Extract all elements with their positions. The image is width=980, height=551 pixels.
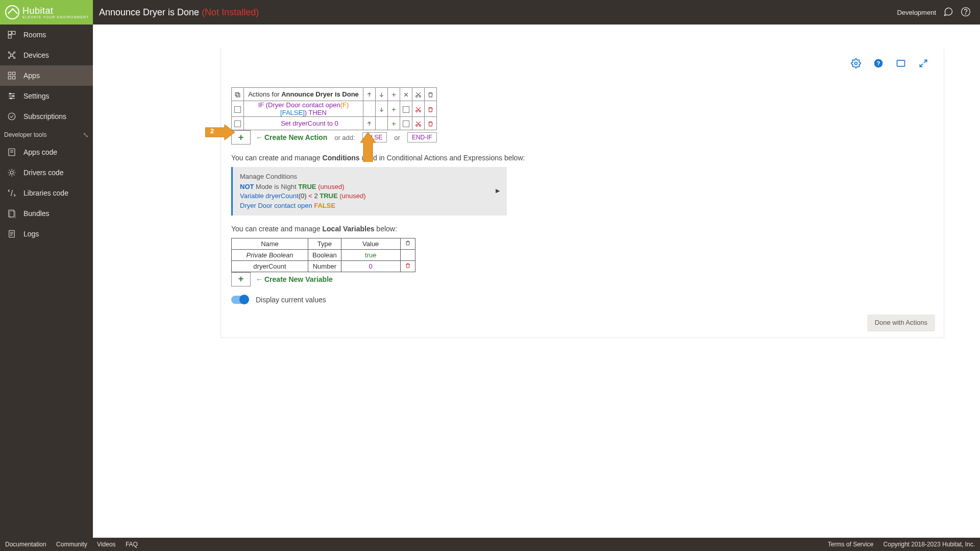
variables-desc: You can create and manage Local Variable…: [231, 225, 934, 233]
or-label: or: [394, 134, 400, 141]
expand-icon[interactable]: [918, 58, 928, 68]
svg-point-6: [8, 52, 10, 53]
sidebar-item-apps-code[interactable]: Apps code: [0, 142, 93, 162]
or-add-label: or add:: [334, 134, 355, 141]
logo[interactable]: Hubitat ELEVATE YOUR ENVIRONMENT: [0, 0, 93, 25]
footer-link-documentation[interactable]: Documentation: [5, 541, 46, 548]
trash-icon[interactable]: [425, 101, 437, 117]
manage-conditions-title: Manage Conditions: [240, 172, 500, 181]
collapse-icon[interactable]: ⤡: [83, 131, 89, 139]
rooms-icon: [7, 30, 16, 39]
svg-point-9: [14, 57, 15, 59]
create-new-action-link[interactable]: ←Create New Action: [256, 133, 327, 141]
delete-variable-icon[interactable]: [400, 260, 415, 272]
sidebar-item-settings[interactable]: Settings: [0, 86, 93, 106]
add-icon[interactable]: [388, 88, 400, 101]
svg-rect-4: [8, 35, 11, 38]
annotation-arrow-2: [360, 132, 376, 162]
checkbox-icon[interactable]: [400, 117, 412, 130]
svg-rect-34: [897, 60, 905, 66]
sidebar-item-bundles[interactable]: Bundles: [0, 203, 93, 224]
footer-link-videos[interactable]: Videos: [97, 541, 115, 548]
footer-link-faq[interactable]: FAQ: [126, 541, 138, 548]
move-down-icon[interactable]: [376, 88, 388, 101]
cut-icon[interactable]: [412, 88, 425, 101]
page-title-status: (Not Installed): [202, 7, 259, 17]
main-card: ? Actions for Announce Dryer is Done: [220, 49, 944, 338]
page-title: Announce Dryer is Done (Not Installed): [93, 7, 897, 18]
condition-line: Dryer Door contact open FALSE: [240, 201, 500, 210]
close-icon[interactable]: [400, 88, 412, 101]
sidebar-item-subscriptions[interactable]: Subscriptions: [0, 106, 93, 127]
checkbox-icon[interactable]: [400, 101, 412, 117]
variable-row[interactable]: dryerCount Number 0: [232, 260, 415, 272]
chat-icon[interactable]: [943, 7, 953, 18]
svg-point-40: [419, 110, 421, 112]
developer-tools-header[interactable]: Developer tools ⤡: [0, 127, 93, 142]
done-with-actions-button[interactable]: Done with Actions: [868, 315, 935, 330]
add-variable-plus[interactable]: +: [231, 272, 251, 286]
sidebar-item-label: Subscriptions: [23, 112, 66, 121]
sidebar-item-rooms[interactable]: Rooms: [0, 25, 93, 45]
window-icon[interactable]: [896, 58, 906, 68]
trash-icon[interactable]: [425, 117, 437, 130]
cut-icon[interactable]: [412, 101, 425, 117]
dev-header-label: Developer tools: [4, 131, 46, 138]
subscriptions-icon: [7, 112, 16, 121]
sidebar-item-label: Rooms: [23, 31, 46, 39]
svg-point-20: [8, 113, 15, 120]
endif-chip[interactable]: END-IF: [407, 132, 437, 142]
move-up-icon[interactable]: [363, 88, 376, 101]
gear-icon[interactable]: [851, 58, 861, 68]
move-up-icon[interactable]: [363, 117, 376, 130]
sidebar-item-libraries-code[interactable]: Libraries code: [0, 183, 93, 203]
svg-rect-36: [235, 92, 239, 96]
help-icon[interactable]: [961, 7, 971, 18]
sidebar-item-apps[interactable]: Apps: [0, 65, 93, 86]
create-new-variable-link[interactable]: ←Create New Variable: [256, 275, 333, 283]
action-row-set[interactable]: Set dryerCount to 0: [244, 117, 363, 130]
move-down-icon[interactable]: [376, 101, 388, 117]
footer-link-community[interactable]: Community: [56, 541, 87, 548]
svg-point-39: [416, 110, 418, 112]
apps-icon: [7, 71, 16, 80]
var-type: Boolean: [308, 249, 341, 260]
expand-caret-icon[interactable]: ▶: [496, 187, 500, 195]
sidebar-item-devices[interactable]: Devices: [0, 45, 93, 65]
add-icon[interactable]: [388, 101, 400, 117]
footer-link-tos[interactable]: Terms of Service: [828, 541, 873, 548]
action-row-if[interactable]: IF (Dryer Door contact open(F) [FALSE]) …: [244, 101, 363, 117]
row-checkbox[interactable]: [232, 101, 244, 117]
display-values-toggle[interactable]: [231, 296, 249, 304]
drivers-icon: [7, 168, 16, 177]
toggle-label: Display current values: [256, 296, 326, 304]
sidebar-item-label: Settings: [23, 92, 50, 100]
sidebar-item-label: Bundles: [23, 209, 50, 218]
sidebar: Rooms Devices Apps Settings Subscription…: [0, 25, 93, 538]
trash-header-icon: [400, 238, 415, 249]
logo-name: Hubitat: [22, 6, 89, 15]
help-icon[interactable]: ?: [873, 58, 884, 68]
var-value: true: [341, 249, 400, 260]
manage-conditions-box[interactable]: Manage Conditions NOT Mode is Night TRUE…: [231, 167, 507, 215]
sidebar-item-logs[interactable]: Logs: [0, 224, 93, 244]
variable-row[interactable]: Private Boolean Boolean true: [232, 249, 415, 260]
libraries-icon: [7, 188, 16, 198]
svg-rect-35: [236, 93, 240, 97]
add-icon[interactable]: [388, 117, 400, 130]
cut-icon[interactable]: [412, 117, 425, 130]
logo-tagline: ELEVATE YOUR ENVIRONMENT: [22, 15, 89, 19]
svg-point-1: [966, 13, 966, 14]
trash-icon[interactable]: [425, 88, 437, 101]
footer: Documentation Community Videos FAQ Terms…: [0, 538, 980, 551]
column-header: Value: [341, 238, 400, 249]
svg-point-37: [416, 95, 418, 97]
svg-rect-11: [13, 72, 15, 75]
column-header: Name: [232, 238, 308, 249]
svg-point-41: [416, 125, 418, 126]
sidebar-item-drivers-code[interactable]: Drivers code: [0, 162, 93, 183]
svg-point-7: [14, 52, 15, 53]
copy-all-icon[interactable]: [232, 88, 244, 101]
var-name: dryerCount: [232, 260, 308, 272]
svg-rect-10: [8, 72, 11, 75]
